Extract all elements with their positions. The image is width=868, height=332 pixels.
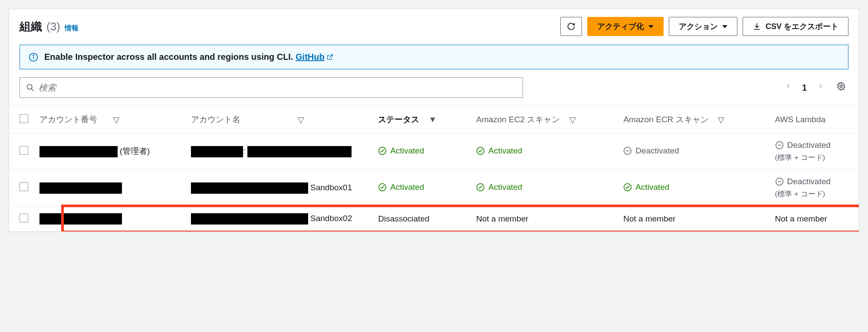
- activate-label: アクティブ化: [597, 21, 644, 32]
- cell-acctnum: (管理者): [34, 133, 186, 170]
- cell-status: Disassociated: [373, 206, 471, 232]
- filter-icon[interactable]: ▽: [718, 115, 724, 125]
- caret-down-icon: [722, 25, 727, 28]
- actions-label: アクション: [679, 21, 718, 32]
- col-status[interactable]: ステータス ▼: [373, 106, 471, 133]
- table-row: (管理者): ActivatedActivatedDeactivatedDeac…: [9, 133, 859, 170]
- table-container: アカウント番号 ▽ アカウント名 ▽ ステータス ▼ Amazon EC2 スキ…: [9, 106, 859, 231]
- cell-acctname: Sandbox02: [186, 206, 373, 232]
- cell-acctnum: [34, 206, 186, 232]
- col-status-label: ステータス: [378, 115, 419, 124]
- export-csv-button[interactable]: CSV をエクスポート: [743, 17, 848, 36]
- status-plain: Not a member: [476, 214, 528, 223]
- filter-icon[interactable]: ▽: [113, 115, 120, 125]
- table-row: Sandbox02DisassociatedNot a memberNot a …: [9, 206, 859, 232]
- svg-line-4: [31, 88, 33, 91]
- caret-down-icon: [648, 25, 654, 28]
- status-activated: Activated: [623, 182, 669, 192]
- cell-ec2: Not a member: [471, 206, 618, 232]
- col-account-number[interactable]: アカウント番号 ▽: [34, 106, 186, 133]
- cell-ec2: Activated: [471, 133, 618, 170]
- page-title: 組織: [20, 19, 42, 34]
- status-deactivated: Deactivated: [775, 177, 831, 186]
- minus-circle-icon: [623, 146, 632, 155]
- cell-acctnum: [34, 170, 186, 206]
- filter-icon[interactable]: ▽: [569, 115, 576, 125]
- status-plain: Not a member: [775, 214, 827, 223]
- alert-message: Enable Inspector across all accounts and…: [44, 52, 293, 62]
- panel-header: 組織 (3) 情報 アクティブ化 アクション CSV をエクスポート: [9, 9, 859, 41]
- sort-icon[interactable]: ▼: [429, 115, 437, 124]
- col-acctnum-label: アカウント番号: [39, 114, 97, 125]
- activate-button[interactable]: アクティブ化: [587, 17, 664, 36]
- table-header-row: アカウント番号 ▽ アカウント名 ▽ ステータス ▼ Amazon EC2 スキ…: [9, 106, 859, 133]
- cell-ec2: Activated: [471, 170, 618, 206]
- settings-button[interactable]: [834, 80, 848, 95]
- info-alert: Enable Inspector across all accounts and…: [20, 45, 848, 69]
- export-label: CSV をエクスポート: [766, 21, 838, 32]
- toolbar: 1: [9, 77, 859, 106]
- cell-lambda: Not a member: [770, 206, 859, 232]
- select-all-header: [9, 106, 34, 133]
- search-box[interactable]: [20, 77, 523, 98]
- info-link[interactable]: 情報: [65, 24, 79, 33]
- cell-ecr: Activated: [618, 170, 769, 206]
- svg-point-5: [840, 85, 842, 88]
- pagination: 1: [783, 80, 848, 95]
- status-plain: Disassociated: [378, 214, 429, 223]
- select-all-checkbox[interactable]: [20, 114, 28, 123]
- refresh-icon: [567, 22, 575, 31]
- current-page: 1: [802, 83, 807, 93]
- search-icon: [26, 83, 34, 92]
- page-count: (3): [46, 20, 60, 33]
- svg-point-3: [27, 85, 32, 89]
- cell-lambda: Deactivated(標準 + コード): [770, 133, 859, 170]
- cell-status: Activated: [373, 133, 471, 170]
- status-deactivated: Deactivated: [775, 140, 831, 150]
- row-checkbox[interactable]: [20, 146, 28, 155]
- col-ecr[interactable]: Amazon ECR スキャン ▽: [618, 106, 769, 133]
- accounts-table: アカウント番号 ▽ アカウント名 ▽ ステータス ▼ Amazon EC2 スキ…: [9, 106, 859, 231]
- row-checkbox[interactable]: [20, 182, 28, 191]
- row-checkbox[interactable]: [20, 214, 28, 222]
- check-circle-icon: [378, 183, 387, 192]
- info-icon: [29, 52, 38, 62]
- col-ec2[interactable]: Amazon EC2 スキャン ▽: [471, 106, 618, 133]
- status-deactivated: Deactivated: [623, 146, 679, 156]
- search-input[interactable]: [39, 83, 516, 93]
- chevron-left-icon: [786, 81, 792, 91]
- status-activated: Activated: [476, 146, 522, 156]
- chevron-right-icon: [817, 81, 823, 91]
- col-acctname-label: アカウント名: [191, 114, 240, 125]
- next-page-button[interactable]: [815, 80, 826, 95]
- col-lambda-label: AWS Lambda: [775, 115, 826, 124]
- refresh-button[interactable]: [560, 17, 582, 36]
- cell-lambda: Deactivated(標準 + コード): [770, 170, 859, 206]
- prev-page-button[interactable]: [783, 80, 794, 95]
- cell-acctname: :: [186, 133, 373, 170]
- col-ecr-label: Amazon ECR スキャン: [623, 114, 708, 125]
- check-circle-icon: [476, 146, 485, 155]
- col-lambda[interactable]: AWS Lambda: [770, 106, 859, 133]
- lambda-sub: (標準 + コード): [775, 153, 854, 163]
- status-activated: Activated: [476, 182, 522, 192]
- lambda-sub: (標準 + コード): [775, 189, 854, 199]
- external-link-icon: [326, 54, 333, 61]
- cell-status: Activated: [373, 170, 471, 206]
- table-row: Sandbox01ActivatedActivatedActivatedDeac…: [9, 170, 859, 206]
- col-account-name[interactable]: アカウント名 ▽: [186, 106, 373, 133]
- github-link[interactable]: GitHub: [296, 52, 333, 62]
- download-icon: [753, 22, 761, 31]
- status-activated: Activated: [378, 146, 424, 156]
- github-link-label: GitHub: [296, 52, 325, 62]
- check-circle-icon: [476, 183, 485, 192]
- gear-icon: [836, 81, 846, 91]
- alert-text: Enable Inspector across all accounts and…: [44, 52, 333, 62]
- col-ec2-label: Amazon EC2 スキャン: [476, 114, 560, 125]
- minus-circle-icon: [775, 141, 784, 150]
- actions-button[interactable]: アクション: [669, 17, 737, 36]
- cell-acctname: Sandbox01: [186, 170, 373, 206]
- filter-icon[interactable]: ▽: [298, 115, 304, 125]
- check-circle-icon: [378, 146, 387, 155]
- status-activated: Activated: [378, 182, 424, 192]
